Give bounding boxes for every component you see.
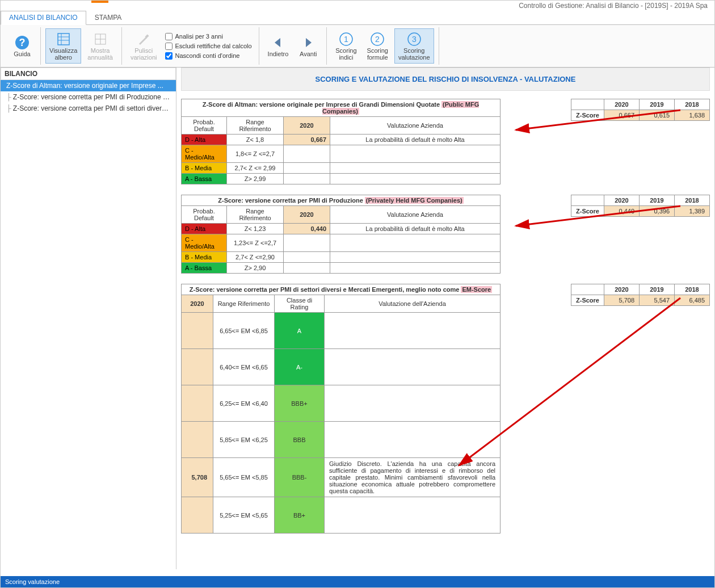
- back-icon: [270, 35, 286, 51]
- rating-cell: BB+: [275, 497, 325, 534]
- rating-cell: BBB: [275, 422, 325, 458]
- eval-cell: [330, 145, 500, 163]
- eval-cell: La probabilità di default è molto Alta: [330, 135, 500, 145]
- eval-cell: [325, 497, 500, 534]
- side-table-3: 202020192018 Z-Score5,7085,5476,485: [571, 284, 710, 306]
- prob-cell: C - Medio/Alta: [182, 145, 227, 163]
- value-cell: 0,440: [284, 224, 330, 234]
- value-cell: [284, 234, 330, 252]
- side-table-2: 202020192018 Z-Score0,4400,3961,389: [571, 195, 710, 217]
- table-zscore-pmi-prod: Z-Score: versione corretta per PMI di Pr…: [181, 195, 500, 274]
- range-cell: 5,25<= EM <5,65: [213, 497, 275, 534]
- tree-icon: [56, 31, 72, 47]
- block-em-score: Z-Score: versione corretta per PMI di se…: [181, 284, 710, 534]
- value-cell: [284, 163, 330, 174]
- indietro-button[interactable]: Indietro: [264, 32, 293, 60]
- prob-cell: A - Bassa: [182, 174, 227, 184]
- page-title: SCORING E VALUTAZIONE DEL RISCHIO DI INS…: [181, 68, 710, 91]
- eval-cell: [330, 234, 500, 252]
- rating-cell: A-: [275, 349, 325, 385]
- year-cell: [182, 313, 213, 349]
- range-cell: Z< 1,23: [227, 224, 284, 234]
- prob-cell: A - Bassa: [182, 263, 227, 274]
- range-cell: 1,8<= Z <=2,7: [227, 145, 284, 163]
- value-cell: [284, 263, 330, 274]
- prob-cell: C - Medio/Alta: [182, 234, 227, 252]
- ribbon-tabs: ANALISI DI BILANCIO STAMPA: [1, 11, 714, 25]
- sidebar: BILANCIO Z-Score di Altman: versione ori…: [1, 68, 176, 569]
- window-title: Controllo di Gestione: Analisi di Bilanc…: [1, 1, 714, 11]
- rating-cell: A: [275, 313, 325, 349]
- range-cell: 2,7< Z <= 2,99: [227, 163, 284, 174]
- prob-cell: D - Alta: [182, 224, 227, 234]
- circle-3-icon: 3: [406, 31, 422, 47]
- tab-analisi[interactable]: ANALISI DI BILANCIO: [1, 11, 86, 25]
- table-zscore-altman: Z-Score di Altman: versione originale pe…: [181, 99, 500, 184]
- range-cell: 6,25<= EM <6,40: [213, 385, 275, 422]
- range-cell: 1,23<= Z <=2,7: [227, 234, 284, 252]
- ribbon: ? Guida Visualizza albero Mostra annuali…: [1, 25, 714, 68]
- scoring-valutazione-button[interactable]: 3 Scoring valutazione: [394, 28, 434, 64]
- range-cell: 2,7< Z <=2,90: [227, 252, 284, 263]
- svg-text:2: 2: [375, 35, 380, 44]
- eval-cell: La probabilità di default è molto Alta: [330, 224, 500, 234]
- prob-cell: B - Media: [182, 163, 227, 174]
- eval-cell: [330, 252, 500, 263]
- pulisci-variazioni-button[interactable]: Pulisci variazioni: [127, 28, 161, 64]
- tab-stampa[interactable]: STAMPA: [86, 11, 131, 24]
- help-icon: ?: [14, 35, 30, 51]
- eval-cell: Giudizio Discreto. L'azienda ha una capa…: [325, 458, 500, 497]
- sidebar-head: BILANCIO: [1, 68, 176, 80]
- year-cell: [182, 385, 213, 422]
- chk-analisi-3anni[interactable]: Analisi per 3 anni: [165, 33, 251, 40]
- value-cell: [284, 174, 330, 184]
- tree-item-zscore-pmi-diversi[interactable]: Z-Score: versione corretta per PMI di se…: [1, 103, 176, 114]
- eval-cell: [330, 263, 500, 274]
- chk-nascondi-conti[interactable]: Nascondi conti d'ordine: [165, 52, 251, 60]
- guida-button[interactable]: ? Guida: [9, 32, 36, 60]
- eval-cell: [325, 422, 500, 458]
- tree-item-zscore-pmi-prod[interactable]: Z-Score: versione corretta per PMI di Pr…: [1, 91, 176, 103]
- scoring-indici-button[interactable]: 1 Scoring indici: [331, 28, 360, 64]
- avanti-button[interactable]: Avanti: [295, 32, 322, 60]
- grid-icon: [92, 31, 108, 47]
- eval-cell: [330, 174, 500, 184]
- eval-cell: [330, 163, 500, 174]
- eval-cell: [325, 349, 500, 385]
- value-cell: [284, 252, 330, 263]
- content-area: SCORING E VALUTAZIONE DEL RISCHIO DI INS…: [176, 68, 714, 569]
- range-cell: 6,65<= EM <6,85: [213, 313, 275, 349]
- chk-escludi-rettifiche[interactable]: Escludi rettifiche dal calcolo: [165, 43, 251, 50]
- range-cell: 5,65<= EM <5,85: [213, 458, 275, 497]
- block-zscore-pmi-prod: Z-Score: versione corretta per PMI di Pr…: [181, 195, 710, 274]
- status-bar: Scoring valutazione: [1, 576, 714, 587]
- range-cell: 5,85<= EM <6,25: [213, 422, 275, 458]
- svg-text:?: ?: [19, 37, 26, 48]
- forward-icon: [300, 35, 316, 51]
- circle-2-icon: 2: [369, 31, 385, 47]
- year-cell: [182, 349, 213, 385]
- range-cell: 6,40<= EM <6,65: [213, 349, 275, 385]
- range-cell: Z< 1,8: [227, 135, 284, 145]
- table-em-score: Z-Score: versione corretta per PMI di se…: [181, 284, 500, 534]
- side-table-1: 202020192018 Z-Score0,6670,6151,638: [571, 99, 710, 121]
- mostra-annualita-button[interactable]: Mostra annualità: [83, 28, 117, 64]
- brush-icon: [136, 31, 152, 47]
- range-cell: Z> 2,99: [227, 174, 284, 184]
- block-zscore-altman: Z-Score di Altman: versione originale pe…: [181, 99, 710, 184]
- prob-cell: D - Alta: [182, 135, 227, 145]
- circle-1-icon: 1: [338, 31, 354, 47]
- prob-cell: B - Media: [182, 252, 227, 263]
- svg-text:3: 3: [412, 35, 417, 44]
- value-cell: [284, 145, 330, 163]
- svg-text:1: 1: [344, 35, 348, 44]
- scoring-formule-button[interactable]: 2 Scoring formule: [363, 28, 392, 64]
- year-cell: 5,708: [182, 458, 213, 497]
- svg-rect-2: [58, 33, 69, 45]
- year-cell: [182, 422, 213, 458]
- visualizza-albero-button[interactable]: Visualizza albero: [45, 28, 81, 64]
- range-cell: Z> 2,90: [227, 263, 284, 274]
- tree-item-zscore-altman[interactable]: Z-Score di Altman: versione originale pe…: [1, 80, 176, 91]
- eval-cell: [325, 313, 500, 349]
- value-cell: 0,667: [284, 135, 330, 145]
